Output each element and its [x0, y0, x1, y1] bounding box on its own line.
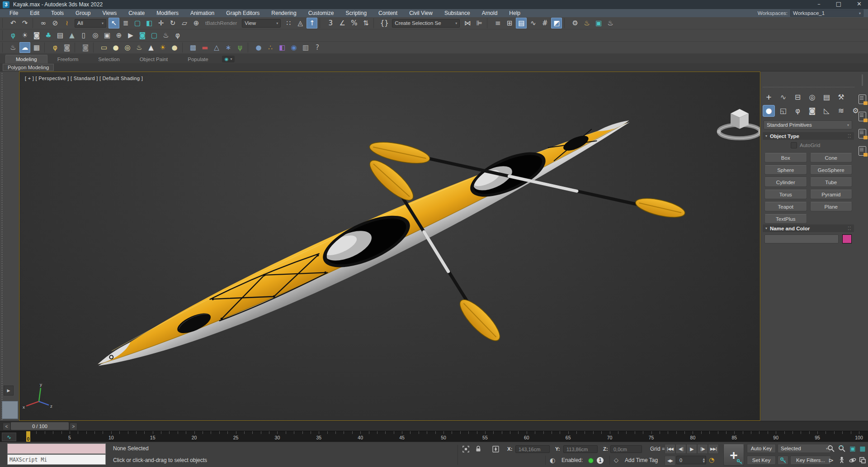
cloud-render-icon[interactable]: ☁ [19, 42, 30, 53]
menu-modifiers[interactable]: Modifiers [151, 10, 184, 16]
bulb-icon[interactable]: φ [172, 30, 183, 41]
schematic-view-icon[interactable]: # [539, 18, 550, 29]
menu-civil-view[interactable]: Civil View [403, 10, 439, 16]
maximize-button[interactable]: □ [836, 0, 841, 7]
z-coordinate-field[interactable]: 0,0cm [610, 445, 642, 453]
door-icon[interactable]: ▯ [78, 30, 89, 41]
go-to-end-button[interactable]: ▶▶| [708, 444, 719, 454]
video-player-icon[interactable]: ▶ [125, 30, 136, 41]
menu-tools[interactable]: Tools [45, 10, 70, 16]
absolute-mode-transform-icon[interactable] [491, 444, 500, 453]
selection-lock-icon[interactable] [474, 444, 483, 453]
camera-list-icon[interactable]: ◙ [61, 42, 72, 53]
set-keys-button[interactable]: + [723, 444, 744, 466]
shapes-category-icon[interactable]: ◱ [777, 105, 789, 117]
hierarchy-tab-icon[interactable]: ⊟ [792, 91, 804, 103]
lights-category-icon[interactable]: φ [792, 105, 804, 117]
named-selection-sets-icon[interactable]: {} [379, 18, 390, 29]
capsule-icon[interactable]: ▬ [199, 42, 210, 53]
ribbon-tab-selection[interactable]: Selection [88, 55, 129, 63]
object-type-button-textplus[interactable]: TextPlus [764, 214, 807, 224]
object-type-button-cone[interactable]: Cone [810, 153, 853, 162]
spinner-arrows-icon[interactable]: ▲▼ [703, 457, 706, 462]
zoom-extents-icon[interactable]: ▣ [848, 444, 857, 453]
menu-help[interactable]: Help [503, 10, 526, 16]
select-and-manipulate-icon[interactable]: ◬ [295, 18, 306, 29]
previous-key-button[interactable]: ◀|| [675, 444, 686, 454]
docked-explorer-folder-icon[interactable] [859, 112, 866, 121]
keyboard-shortcut-override-icon[interactable]: ↑ [307, 18, 317, 29]
sphere-blue-icon[interactable]: ● [253, 42, 264, 53]
docked-mini-window[interactable] [2, 401, 18, 419]
align-icon[interactable]: ⊫ [474, 18, 485, 29]
close-button[interactable]: ✕ [857, 0, 862, 7]
set-key-button[interactable]: Set Key [747, 456, 776, 465]
use-center-flyout-icon[interactable]: ∷ [283, 18, 294, 29]
object-type-button-sphere[interactable]: Sphere [764, 165, 807, 175]
maximize-viewport-toggle-icon[interactable] [858, 456, 867, 465]
plane-primitive-icon[interactable]: ▭ [99, 42, 109, 53]
object-type-button-pyramid[interactable]: Pyramid [810, 190, 853, 199]
egg-primitive-icon[interactable]: ◎ [122, 42, 133, 53]
object-type-button-tube[interactable]: Tube [810, 177, 853, 187]
document-icon[interactable]: ▥ [300, 42, 311, 53]
modify-tab-icon[interactable]: ∿ [777, 91, 789, 103]
minimize-button[interactable]: – [817, 0, 821, 7]
menu-group[interactable]: Group [70, 10, 96, 16]
isolate-selection-icon[interactable] [461, 444, 470, 453]
current-frame-marker[interactable]: 0 [26, 431, 30, 442]
x-coordinate-field[interactable]: 143,16cm [515, 445, 550, 453]
cameras-category-icon[interactable]: ◙ [806, 105, 818, 117]
sphere-select-icon[interactable]: ◉ [288, 42, 299, 53]
go-to-start-button[interactable]: |◀◀ [665, 444, 675, 454]
checker-map-icon[interactable]: ▩ [188, 42, 198, 53]
select-and-rotate-icon[interactable]: ↻ [167, 18, 178, 29]
next-key-button[interactable]: ||▶ [697, 444, 708, 454]
autogrid-checkbox[interactable] [791, 142, 797, 148]
window-crossing-icon[interactable]: ◧ [144, 18, 155, 29]
motion-tab-icon[interactable]: ◎ [806, 91, 818, 103]
menu-customize[interactable]: Customize [302, 10, 340, 16]
keyable-icon-button[interactable] [778, 456, 788, 465]
key-mode-toggle-icon[interactable]: ◔ [709, 456, 714, 463]
mirror-icon[interactable]: ⋈ [462, 18, 473, 29]
object-type-button-box[interactable]: Box [764, 153, 807, 162]
image-book-icon[interactable]: ▤ [55, 30, 66, 41]
flower-icon[interactable]: ∗ [223, 42, 234, 53]
ribbon-tab-object-paint[interactable]: Object Paint [130, 55, 178, 63]
time-configuration-icon[interactable]: ◐ [550, 457, 555, 464]
field-of-view-icon[interactable]: ⊳ [826, 456, 835, 465]
snaps-toggle-icon[interactable]: 3 [325, 18, 336, 29]
layer-explorer-icon[interactable]: ⊞ [504, 18, 515, 29]
photo-stack-icon[interactable]: ▣ [102, 30, 113, 41]
camera-icon[interactable]: ◙ [31, 30, 42, 41]
light-list-icon[interactable]: φ [50, 42, 61, 53]
auto-key-button[interactable]: Auto Key [747, 444, 776, 453]
rectangular-selection-region-icon[interactable]: ▢ [132, 18, 143, 29]
object-type-button-plane[interactable]: Plane [810, 202, 853, 211]
help-icon[interactable]: ? [312, 42, 323, 53]
palette-icon[interactable]: ◧ [277, 42, 288, 53]
object-type-button-torus[interactable]: Torus [764, 190, 807, 199]
primitive-category-dropdown[interactable]: Standard Primitives▾ [764, 120, 852, 129]
egg2-primitive-icon[interactable]: ● [169, 42, 180, 53]
utilities-tab-icon[interactable]: ⚒ [835, 91, 847, 103]
docked-explorer-schematic-icon[interactable] [859, 146, 866, 156]
next-frame-button[interactable]: > [70, 423, 77, 430]
grass-icon[interactable]: ψ [235, 42, 245, 53]
menu-views[interactable]: Views [96, 10, 123, 16]
zoom-all-icon[interactable] [837, 444, 846, 453]
workspace-dropdown[interactable]: Workspace_1▾ [790, 10, 863, 17]
viewport-label[interactable]: [ + ] [ Perspective ] [ Standard ] [ Def… [25, 76, 143, 81]
menu-rendering[interactable]: Rendering [265, 10, 302, 16]
create-tab-icon[interactable]: + [763, 91, 775, 103]
tree-icon[interactable]: ▲ [66, 30, 77, 41]
time-slider-track[interactable]: < 0 / 100 > [0, 421, 868, 431]
object-color-swatch[interactable] [842, 234, 852, 243]
select-object-icon[interactable]: ↖ [108, 18, 119, 29]
previous-frame-button[interactable]: < [3, 423, 10, 430]
docked-explorer-gear-icon[interactable] [859, 95, 866, 104]
ribbon-tab-freeform[interactable]: Freeform [47, 55, 89, 63]
y-coordinate-field[interactable]: 113,86cm [563, 445, 598, 453]
redo-icon[interactable]: ↷ [19, 18, 30, 29]
